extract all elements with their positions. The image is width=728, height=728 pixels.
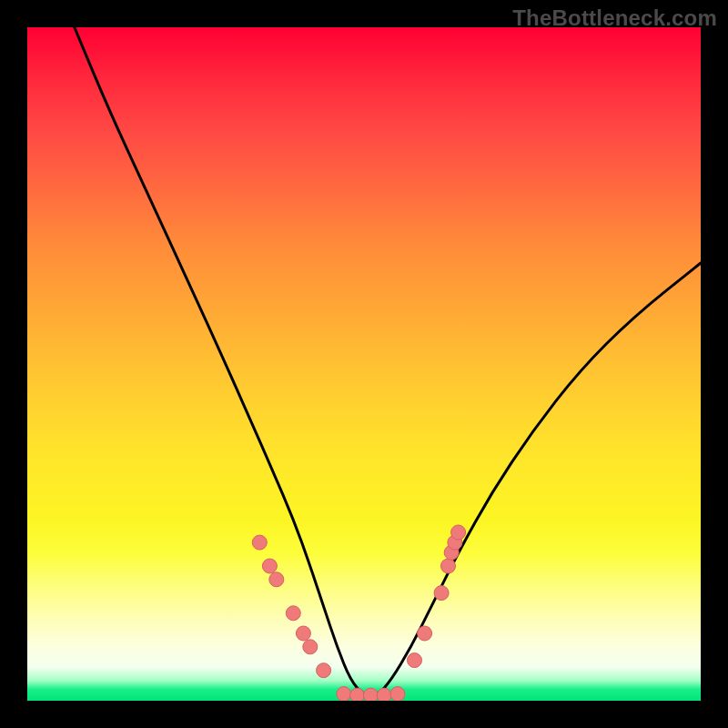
chart-marker (252, 535, 267, 550)
chart-marker (303, 640, 318, 654)
watermark-label: TheBottleneck.com (512, 5, 717, 31)
bottleneck-curve (75, 27, 701, 695)
chart-plot-area (27, 27, 701, 701)
chart-marker (337, 687, 351, 701)
chart-marker (418, 626, 432, 641)
chart-marker (350, 688, 365, 701)
chart-marker (390, 687, 405, 701)
chart-markers (252, 525, 465, 701)
chart-marker (296, 626, 310, 641)
chart-marker (262, 559, 277, 573)
chart-marker (434, 586, 449, 601)
chart-marker (441, 559, 456, 573)
chart-marker (408, 653, 422, 668)
chart-frame: TheBottleneck.com (0, 0, 728, 728)
chart-svg (27, 27, 701, 701)
chart-marker (317, 663, 331, 678)
chart-marker (363, 688, 378, 701)
chart-marker (377, 688, 391, 701)
chart-marker (451, 525, 466, 540)
chart-marker (269, 572, 284, 587)
chart-marker (286, 606, 300, 621)
